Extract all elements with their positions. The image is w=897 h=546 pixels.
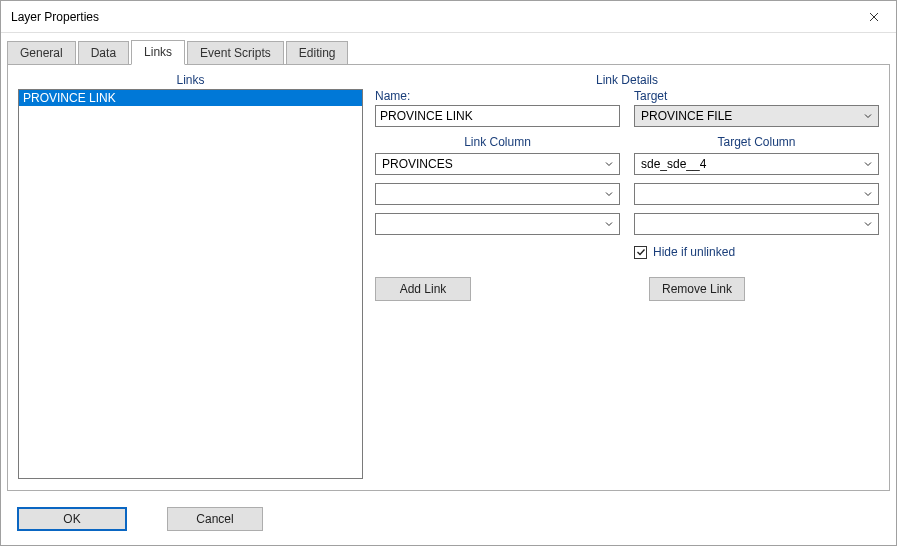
link-details-pane: Link Details Name: Target PROVINCE FILE bbox=[375, 73, 879, 482]
tab-event-scripts[interactable]: Event Scripts bbox=[187, 41, 284, 65]
hide-if-unlinked-checkbox[interactable] bbox=[634, 246, 647, 259]
name-input[interactable] bbox=[375, 105, 620, 127]
tab-data[interactable]: Data bbox=[78, 41, 129, 65]
link-column-select-1[interactable]: PROVINCES bbox=[375, 153, 620, 175]
ok-button[interactable]: OK bbox=[17, 507, 127, 531]
target-column-select-3[interactable] bbox=[634, 213, 879, 235]
close-icon bbox=[869, 12, 879, 22]
chevron-down-icon bbox=[605, 222, 613, 227]
target-column-select-1[interactable]: sde_sde__4 bbox=[634, 153, 879, 175]
link-column-value-1: PROVINCES bbox=[382, 157, 453, 171]
chevron-down-icon bbox=[605, 192, 613, 197]
link-details-heading: Link Details bbox=[375, 73, 879, 87]
dialog-footer: OK Cancel bbox=[1, 497, 896, 545]
tab-general[interactable]: General bbox=[7, 41, 76, 65]
chevron-down-icon bbox=[605, 162, 613, 167]
window-title: Layer Properties bbox=[11, 10, 99, 24]
target-column-select-2[interactable] bbox=[634, 183, 879, 205]
tab-links[interactable]: Links bbox=[131, 40, 185, 65]
link-column-select-3[interactable] bbox=[375, 213, 620, 235]
links-heading: Links bbox=[18, 73, 363, 87]
checkmark-icon bbox=[636, 247, 646, 257]
hide-if-unlinked-label: Hide if unlinked bbox=[653, 245, 735, 259]
hide-if-unlinked-row[interactable]: Hide if unlinked bbox=[634, 245, 879, 259]
remove-link-button[interactable]: Remove Link bbox=[649, 277, 745, 301]
chevron-down-icon bbox=[864, 114, 872, 119]
list-item[interactable]: PROVINCE LINK bbox=[19, 90, 362, 106]
close-button[interactable] bbox=[851, 2, 896, 32]
name-label: Name: bbox=[375, 89, 620, 103]
target-label: Target bbox=[634, 89, 879, 103]
tabstrip: General Data Links Event Scripts Editing bbox=[1, 33, 896, 64]
link-column-select-2[interactable] bbox=[375, 183, 620, 205]
titlebar: Layer Properties bbox=[1, 1, 896, 33]
target-select[interactable]: PROVINCE FILE bbox=[634, 105, 879, 127]
chevron-down-icon bbox=[864, 192, 872, 197]
target-column-value-1: sde_sde__4 bbox=[641, 157, 706, 171]
links-listbox[interactable]: PROVINCE LINK bbox=[18, 89, 363, 479]
tab-editing[interactable]: Editing bbox=[286, 41, 349, 65]
add-link-button[interactable]: Add Link bbox=[375, 277, 471, 301]
chevron-down-icon bbox=[864, 162, 872, 167]
chevron-down-icon bbox=[864, 222, 872, 227]
link-column-label: Link Column bbox=[375, 135, 620, 149]
layer-properties-window: Layer Properties General Data Links Even… bbox=[0, 0, 897, 546]
target-column-label: Target Column bbox=[634, 135, 879, 149]
links-pane: Links PROVINCE LINK bbox=[18, 73, 363, 482]
tabpage-links: Links PROVINCE LINK Link Details Name: T… bbox=[7, 64, 890, 491]
target-select-value: PROVINCE FILE bbox=[641, 109, 732, 123]
cancel-button[interactable]: Cancel bbox=[167, 507, 263, 531]
